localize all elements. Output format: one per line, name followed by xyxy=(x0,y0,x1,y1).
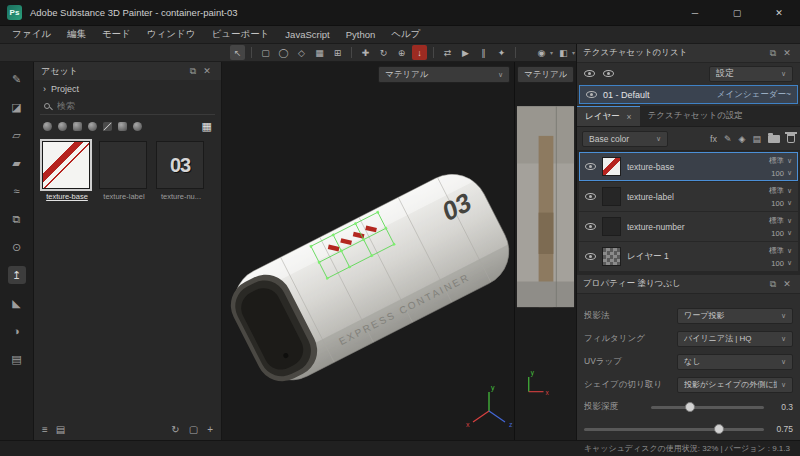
texture-set-row-default[interactable]: 01 - Default メインシェーダー~ xyxy=(579,85,798,104)
blend-mode-value[interactable]: 標準 xyxy=(769,246,784,256)
poly-select-icon[interactable]: ◇ xyxy=(294,45,309,60)
polygon-fill-tool-icon[interactable]: ▰ xyxy=(8,154,26,172)
close-button[interactable]: ✕ xyxy=(758,0,800,25)
viewport-2d[interactable]: y x マテリアル xyxy=(514,62,576,440)
slider-handle[interactable] xyxy=(685,402,695,412)
undock-panel-icon[interactable]: ⧉ xyxy=(766,277,780,291)
project-folder-row[interactable]: › Project xyxy=(34,80,221,97)
maximize-button[interactable]: ▢ xyxy=(716,0,758,25)
layer-opacity-value[interactable]: 100 xyxy=(771,199,784,208)
eye-icon[interactable] xyxy=(586,91,597,98)
blend-mode-value[interactable]: 標準 xyxy=(769,186,784,196)
menu-file[interactable]: ファイル xyxy=(4,26,59,43)
add-asset-button[interactable]: + xyxy=(207,424,213,435)
menu-edit[interactable]: 編集 xyxy=(59,26,94,43)
uv-wrap-dropdown[interactable]: なし ∨ xyxy=(677,354,793,370)
filter-alpha-icon[interactable] xyxy=(103,122,112,131)
filter-texture-icon[interactable] xyxy=(118,122,127,131)
layer-row-texture-base[interactable]: texture-base 標準∨ 100∨ xyxy=(579,152,798,181)
search-input[interactable] xyxy=(57,101,177,111)
add-fill-layer-icon[interactable]: ◈ xyxy=(739,134,746,144)
rect-select-icon[interactable]: ▢ xyxy=(258,45,273,60)
export-textures-icon[interactable]: ↥ xyxy=(8,266,26,284)
add-smart-material-icon[interactable]: ▤ xyxy=(752,134,761,144)
projection-tool-icon[interactable]: ▱ xyxy=(8,126,26,144)
layer-row-texture-number[interactable]: texture-number 標準∨ 100∨ xyxy=(579,212,798,241)
projection-dropdown[interactable]: ワープ投影 ∨ xyxy=(677,308,793,324)
viewport-material-dropdown[interactable]: マテリアル ∨ xyxy=(378,66,510,83)
display-settings-icon[interactable]: ◑ xyxy=(8,322,26,340)
smudge-tool-icon[interactable]: ≈ xyxy=(8,182,26,200)
menu-help[interactable]: ヘルプ xyxy=(383,26,428,43)
menu-viewport[interactable]: ビューポート xyxy=(203,26,277,43)
layer-opacity-value[interactable]: 100 xyxy=(771,169,784,178)
slider-handle[interactable] xyxy=(714,424,724,434)
scale-gizmo-icon[interactable]: ⊕ xyxy=(394,45,409,60)
menu-python[interactable]: Python xyxy=(338,26,384,43)
display-mode-icon[interactable]: ◧ xyxy=(556,45,571,60)
settings-dropdown[interactable]: 設定 ∨ xyxy=(709,66,793,82)
add-group-folder-icon[interactable] xyxy=(768,135,780,143)
close-panel-icon[interactable]: ✕ xyxy=(780,46,794,60)
bake-mode-icon[interactable]: ↓ xyxy=(412,45,427,60)
layer-visibility-icon[interactable] xyxy=(585,163,596,170)
filter-filter-icon[interactable] xyxy=(73,122,82,131)
add-paint-layer-icon[interactable]: ✎ xyxy=(724,134,732,144)
brush-tool-icon[interactable]: ✎ xyxy=(8,70,26,88)
3d-scene[interactable]: EXPRESS CONTAINER 03 xyxy=(222,62,514,440)
uv-fill-icon[interactable]: ⊞ xyxy=(330,45,345,60)
material-picker-tool-icon[interactable]: ⊙ xyxy=(8,238,26,256)
filtering-dropdown[interactable]: バイリニア法 | HQ ∨ xyxy=(677,331,793,347)
container-model[interactable]: EXPRESS CONTAINER 03 xyxy=(222,162,514,394)
menu-mode[interactable]: モード xyxy=(94,26,139,43)
asset-texture-label[interactable]: texture-label xyxy=(99,141,149,201)
layer-visibility-icon[interactable] xyxy=(585,253,596,260)
close-panel-icon[interactable]: ✕ xyxy=(780,277,794,291)
viewport2d-material-dropdown[interactable]: マテリアル xyxy=(517,66,574,83)
camera-settings-icon[interactable]: ◉ xyxy=(534,45,549,60)
geometry-mask-icon[interactable]: ◣ xyxy=(8,294,26,312)
filter-environment-icon[interactable] xyxy=(133,122,142,131)
asset-texture-base[interactable]: texture-base xyxy=(42,141,92,201)
cursor-tool-icon[interactable]: ↖ xyxy=(230,45,245,60)
list-view-icon[interactable]: ≡ xyxy=(42,424,48,435)
undock-panel-icon[interactable]: ⧉ xyxy=(766,46,780,60)
filter-material-icon[interactable] xyxy=(43,122,52,131)
menu-window[interactable]: ウィンドウ xyxy=(139,26,204,43)
symmetry-icon[interactable]: ∥ xyxy=(476,45,491,60)
frame-icon[interactable]: ▢ xyxy=(189,424,198,435)
viewport-3d[interactable]: EXPRESS CONTAINER 03 xyxy=(222,62,514,440)
delete-layer-icon[interactable] xyxy=(787,134,795,143)
projection-depth-slider[interactable] xyxy=(651,406,764,409)
2d-texture-view[interactable]: y x xyxy=(515,62,576,440)
solo-eye-icon[interactable] xyxy=(603,70,614,77)
shelf-icon[interactable]: ▤ xyxy=(8,350,26,368)
filter-brush-icon[interactable] xyxy=(88,122,97,131)
layer-row-layer-1[interactable]: レイヤー 1 標準∨ 100∨ xyxy=(579,242,798,271)
grid-view-icon[interactable]: ▦ xyxy=(202,120,212,133)
mesh-fill-icon[interactable]: ▦ xyxy=(312,45,327,60)
lazy-mouse-icon[interactable]: ✦ xyxy=(494,45,509,60)
rotate-gizmo-icon[interactable]: ↻ xyxy=(376,45,391,60)
tab-close-icon[interactable]: × xyxy=(627,112,632,122)
mirror-icon[interactable]: ⇄ xyxy=(440,45,455,60)
move-gizmo-icon[interactable]: ✚ xyxy=(358,45,373,60)
shader-link[interactable]: メインシェーダー~ xyxy=(717,89,791,101)
undock-panel-icon[interactable]: ⧉ xyxy=(186,64,200,78)
circle-select-icon[interactable]: ◯ xyxy=(276,45,291,60)
channel-dropdown[interactable]: Base color ∨ xyxy=(582,131,668,147)
eraser-tool-icon[interactable]: ◪ xyxy=(8,98,26,116)
detail-view-icon[interactable]: ▤ xyxy=(56,424,65,435)
filter-smart-material-icon[interactable] xyxy=(58,122,67,131)
layer-visibility-icon[interactable] xyxy=(585,223,596,230)
tab-texture-set-settings[interactable]: テクスチャセットの設定 xyxy=(640,106,751,126)
secondary-slider[interactable] xyxy=(584,428,764,431)
tab-layers[interactable]: レイヤー × xyxy=(577,106,640,126)
blend-mode-value[interactable]: 標準 xyxy=(769,156,784,166)
shape-crop-dropdown[interactable]: 投影がシェイプの外側に拡張 ∨ xyxy=(677,377,793,393)
blend-mode-value[interactable]: 標準 xyxy=(769,216,784,226)
add-effect-icon[interactable]: fx xyxy=(710,134,717,144)
layer-opacity-value[interactable]: 100 xyxy=(771,259,784,268)
chevron-down-icon[interactable]: ▾ xyxy=(550,49,553,56)
chevron-down-icon[interactable]: ▾ xyxy=(572,49,575,56)
